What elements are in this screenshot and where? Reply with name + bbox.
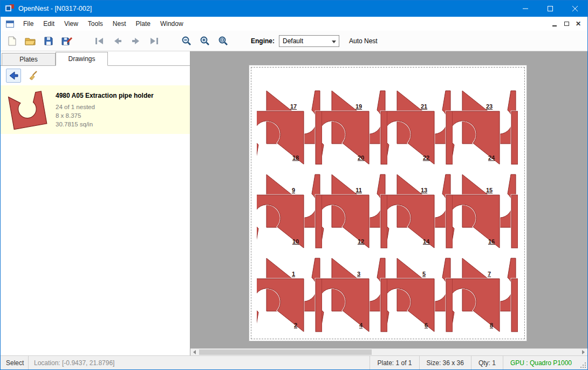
status-gpu: GPU : Quadro P1000 bbox=[503, 356, 579, 369]
part-shape bbox=[387, 254, 453, 336]
status-qty: Qty: 1 bbox=[471, 356, 503, 369]
part-number: 19 bbox=[355, 103, 362, 110]
window-title: OpenNest - [N0317-002] bbox=[18, 5, 92, 12]
save-button[interactable] bbox=[40, 33, 57, 49]
nested-part-pair[interactable]: 3 4 bbox=[322, 254, 387, 336]
nest-canvas[interactable]: 17 18 19 20 21 22 23 bbox=[190, 51, 587, 355]
part-number: 16 bbox=[488, 238, 495, 245]
mdi-close-button[interactable]: ✕ bbox=[572, 18, 584, 29]
part-shape bbox=[387, 86, 453, 169]
blue-arrow-icon bbox=[8, 71, 19, 80]
mdi-restore-button[interactable] bbox=[560, 18, 572, 29]
menu-bar: File Edit View Tools Nest Plate Window ✕ bbox=[1, 17, 587, 31]
previous-arrow-icon bbox=[112, 36, 124, 46]
first-plate-button[interactable] bbox=[91, 33, 107, 49]
save-edit-icon bbox=[61, 36, 73, 46]
drawing-dimensions: 8 x 8.375 bbox=[56, 111, 186, 120]
drawing-list-item[interactable]: 4980 A05 Extraction pipe holder 24 of 1 … bbox=[1, 85, 190, 134]
menu-window[interactable]: Window bbox=[155, 17, 188, 30]
nest-row: 9 10 11 12 13 14 15 bbox=[257, 170, 518, 252]
engine-select[interactable]: Default bbox=[279, 35, 339, 47]
menu-nest[interactable]: Nest bbox=[108, 17, 131, 30]
mdi-minimize-button[interactable] bbox=[549, 18, 560, 29]
zoom-out-button[interactable] bbox=[179, 33, 195, 49]
status-plate: Plate: 1 of 1 bbox=[370, 356, 419, 369]
drawing-area: 30.7815 sq/in bbox=[56, 120, 186, 129]
minimize-button[interactable] bbox=[513, 1, 538, 17]
part-number: 12 bbox=[358, 238, 364, 245]
part-number: 24 bbox=[488, 154, 495, 161]
part-number: 2 bbox=[294, 322, 297, 328]
menu-view[interactable]: View bbox=[59, 17, 83, 30]
mdi-close-icon: ✕ bbox=[576, 20, 581, 28]
menu-plate[interactable]: Plate bbox=[131, 17, 155, 30]
nested-part-pair[interactable]: 13 14 bbox=[387, 170, 453, 252]
menu-file[interactable]: File bbox=[18, 17, 38, 30]
part-shape bbox=[322, 86, 387, 169]
auto-nest-label[interactable]: Auto Nest bbox=[349, 37, 378, 45]
nested-part-pair[interactable]: 7 8 bbox=[453, 254, 518, 336]
close-button[interactable] bbox=[563, 1, 587, 17]
drawing-nested-count: 24 of 1 nested bbox=[56, 103, 186, 111]
part-number: 10 bbox=[292, 238, 299, 245]
part-number: 14 bbox=[423, 238, 429, 245]
nested-part-pair[interactable]: 17 18 bbox=[257, 86, 322, 169]
new-document-icon bbox=[6, 36, 17, 46]
plate: 17 18 19 20 21 22 23 bbox=[249, 65, 527, 341]
drawings-toolbar bbox=[1, 66, 190, 85]
resize-grip[interactable] bbox=[579, 356, 587, 369]
part-number: 13 bbox=[421, 187, 427, 193]
part-shape bbox=[257, 86, 322, 169]
maximize-button[interactable] bbox=[538, 1, 563, 17]
import-drawing-button[interactable] bbox=[6, 69, 21, 83]
minimize-icon bbox=[523, 6, 528, 11]
horizontal-scrollbar[interactable] bbox=[190, 348, 587, 355]
part-number: 22 bbox=[423, 154, 429, 161]
drawing-title: 4980 A05 Extraction pipe holder bbox=[56, 92, 186, 99]
open-button[interactable] bbox=[22, 33, 38, 49]
nested-part-pair[interactable]: 23 24 bbox=[453, 86, 518, 169]
part-shape bbox=[453, 86, 518, 169]
save-icon bbox=[43, 36, 54, 46]
part-shape bbox=[257, 170, 322, 252]
part-number: 7 bbox=[488, 271, 491, 277]
part-shape bbox=[257, 254, 322, 336]
menu-tools[interactable]: Tools bbox=[83, 17, 108, 30]
part-number: 18 bbox=[292, 154, 299, 161]
next-plate-button[interactable] bbox=[128, 33, 144, 49]
part-number: 23 bbox=[486, 103, 493, 110]
nested-part-pair[interactable]: 11 12 bbox=[322, 170, 387, 252]
tab-drawings[interactable]: Drawings bbox=[56, 52, 108, 66]
nested-part-pair[interactable]: 5 6 bbox=[387, 254, 453, 336]
zoom-fit-button[interactable] bbox=[215, 33, 231, 49]
next-arrow-icon bbox=[130, 36, 142, 46]
tab-strip: Plates Drawings bbox=[1, 51, 190, 66]
previous-plate-button[interactable] bbox=[110, 33, 126, 49]
nested-part-pair[interactable]: 9 10 bbox=[257, 170, 322, 252]
new-button[interactable] bbox=[4, 33, 20, 49]
scrollbar-thumb[interactable] bbox=[199, 349, 372, 355]
part-shape bbox=[453, 170, 518, 252]
scroll-left-arrow-icon[interactable] bbox=[190, 349, 199, 355]
nested-part-pair[interactable]: 19 20 bbox=[322, 86, 387, 169]
engine-label: Engine: bbox=[251, 37, 275, 45]
part-shape bbox=[322, 170, 387, 252]
zoom-in-button[interactable] bbox=[197, 33, 213, 49]
scroll-right-arrow-icon[interactable] bbox=[579, 349, 587, 355]
last-plate-button[interactable] bbox=[146, 33, 162, 49]
app-icon bbox=[5, 4, 14, 13]
part-number: 17 bbox=[290, 103, 297, 110]
mdi-document-icon[interactable] bbox=[6, 21, 14, 28]
maximize-icon bbox=[548, 6, 553, 11]
nested-part-pair[interactable]: 21 22 bbox=[387, 86, 453, 169]
nested-part-pair[interactable]: 15 16 bbox=[453, 170, 518, 252]
nested-part-pair[interactable]: 1 2 bbox=[257, 254, 322, 336]
zoom-out-icon bbox=[181, 36, 192, 46]
menu-edit[interactable]: Edit bbox=[38, 17, 59, 30]
part-number: 11 bbox=[355, 187, 362, 193]
tab-plates[interactable]: Plates bbox=[2, 53, 56, 65]
clean-button[interactable] bbox=[25, 69, 40, 83]
save-as-button[interactable] bbox=[59, 33, 75, 49]
zoom-fit-icon bbox=[218, 36, 229, 46]
part-number: 6 bbox=[425, 322, 428, 328]
